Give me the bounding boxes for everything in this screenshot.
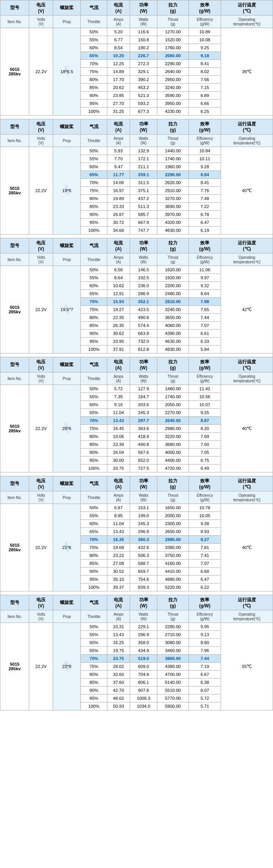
header-col-1: 型号 (0, 595, 29, 610)
thrust-cell: 4630.00 (157, 227, 188, 235)
efficiency-cell: 9.95 (189, 623, 221, 631)
table-row: 5015285kv22.2Vf22*850%10.31229.12280.009… (0, 623, 273, 631)
thrust-cell: 5510.00 (157, 687, 188, 694)
header-col-8: 效率(g/W) (189, 0, 221, 16)
amps-cell: 13.43 (107, 528, 130, 536)
throttle-cell: 60% (81, 639, 107, 647)
header-col-7: 拉力(g) (157, 476, 188, 491)
prop-cell: f19*6 (53, 147, 81, 235)
throttle-cell: 75% (81, 544, 107, 552)
watts-cell: 567.6 (130, 449, 157, 457)
watts-cell: 677.3 (130, 108, 157, 116)
subheader-col-6: Watts(W) (130, 16, 157, 28)
efficiency-cell: 7.19 (189, 663, 221, 671)
header-col-7: 拉力(g) (157, 357, 188, 372)
amps-cell: 30.72 (107, 219, 130, 227)
efficiency-cell: 8.27 (189, 536, 221, 544)
header-col-8: 效率(g/W) (189, 595, 221, 610)
efficiency-cell: 5.72 (189, 694, 221, 702)
watts-cell: 296.9 (130, 631, 157, 639)
header-col-1: 型号 (0, 476, 29, 491)
header-col-2: 电压(V) (29, 595, 53, 610)
efficiency-cell: 6.07 (189, 687, 221, 694)
subheader-col-6: Watts(W) (130, 491, 157, 504)
throttle-cell: 60% (81, 520, 107, 528)
throttle-cell: 50% (81, 623, 107, 631)
subheader-col-3: Prop (53, 610, 81, 623)
watts-cell: 146.5 (130, 266, 157, 274)
watts-cell: 663.8 (130, 330, 157, 338)
amps-cell: 10.62 (107, 282, 130, 290)
amps-cell: 27.08 (107, 560, 130, 568)
efficiency-cell: 8.20 (189, 425, 221, 433)
thrust-cell: 4630.00 (157, 338, 188, 346)
prop-cell: f19.5*7 (53, 266, 81, 353)
watts-cell: 812.8 (130, 346, 157, 353)
thrust-cell: 4160.00 (157, 560, 188, 568)
watts-cell: 203.6 (130, 401, 157, 409)
thrust-cell: 4830.00 (157, 346, 188, 353)
amps-cell: 9.16 (107, 401, 130, 409)
amps-cell: 28.02 (107, 663, 130, 671)
header-col-6: 功率(W) (130, 595, 157, 610)
efficiency-cell: 9.38 (189, 520, 221, 528)
amps-cell: 34.68 (107, 227, 130, 235)
throttle-cell: 85% (81, 322, 107, 330)
subheader-col-8: Efficiency(g/W) (189, 16, 221, 28)
thrust-cell: 4320.00 (157, 219, 188, 227)
thrust-cell: 3220.00 (157, 433, 188, 441)
subheader-col-1: Item No. (0, 16, 29, 28)
header-col-2: 电压(V) (29, 476, 53, 491)
header-col-3: 螺旋桨 (53, 595, 81, 610)
efficiency-cell: 10.05 (189, 512, 221, 520)
throttle-cell: 50% (81, 147, 107, 155)
thrust-cell: 3690.00 (157, 203, 188, 211)
subheader-col-5: Amps(A) (107, 135, 130, 147)
watts-cell: 839.3 (130, 583, 157, 591)
subheader-col-5: Amps(A) (107, 253, 130, 266)
amps-cell: 8.95 (107, 512, 130, 520)
thrust-cell: 3590.00 (157, 92, 188, 100)
thrust-cell: 2050.00 (157, 401, 188, 409)
efficiency-cell: 6.47 (189, 219, 221, 227)
subheader-col-5: Amps(A) (107, 610, 130, 623)
header-col-7: 拉力(g) (157, 238, 188, 253)
header-col-9: 运行温度(℃) (221, 476, 273, 491)
subheader-col-6: Watts(W) (130, 135, 157, 147)
subheader-col-8: Efficiency(g/W) (189, 372, 221, 385)
efficiency-cell: 10.89 (189, 28, 221, 36)
watts-cell: 585.7 (130, 211, 157, 219)
efficiency-cell: 7.76 (189, 187, 221, 195)
subheader-col-7: Thrust(g) (157, 491, 188, 504)
watts-cell: 574.4 (130, 322, 157, 330)
watts-cell: 192.5 (130, 274, 157, 282)
thrust-cell: 3270.00 (157, 195, 188, 203)
throttle-cell: 65% (81, 528, 107, 536)
amps-cell: 23.22 (107, 552, 130, 560)
thrust-cell: 1740.00 (157, 393, 188, 401)
efficiency-cell: 9.25 (189, 409, 221, 417)
header-col-2: 电压(V) (29, 0, 53, 16)
watts-cell: 437.2 (130, 195, 157, 203)
watts-cell: 329.1 (130, 68, 157, 76)
watts-cell: 153.1 (130, 504, 157, 512)
subheader-col-9: Operatingtemperature(℃) (221, 135, 273, 147)
efficiency-cell: 6.67 (189, 671, 221, 679)
thrust-cell: 2980.00 (157, 425, 188, 433)
watts-cell: 432.6 (130, 544, 157, 552)
throttle-cell: 70% (81, 60, 107, 68)
throttle-cell: 65% (81, 52, 107, 60)
throttle-cell: 70% (81, 417, 107, 425)
subheader-col-4: Throttle (81, 491, 107, 504)
watts-cell: 521.3 (130, 92, 157, 100)
watts-cell: 245.3 (130, 520, 157, 528)
efficiency-cell: 6.38 (189, 679, 221, 687)
table-row: 5015285kv22.2Vf21*650%6.87153.11650.0010… (0, 504, 273, 512)
efficiency-cell: 10.84 (189, 147, 221, 155)
throttle-cell: 55% (81, 155, 107, 163)
amps-cell: 26.35 (107, 322, 130, 330)
amps-cell: 6.87 (107, 504, 130, 512)
header-col-4: 气流 (81, 0, 107, 16)
throttle-cell: 75% (81, 663, 107, 671)
efficiency-cell: 7.44 (189, 314, 221, 322)
